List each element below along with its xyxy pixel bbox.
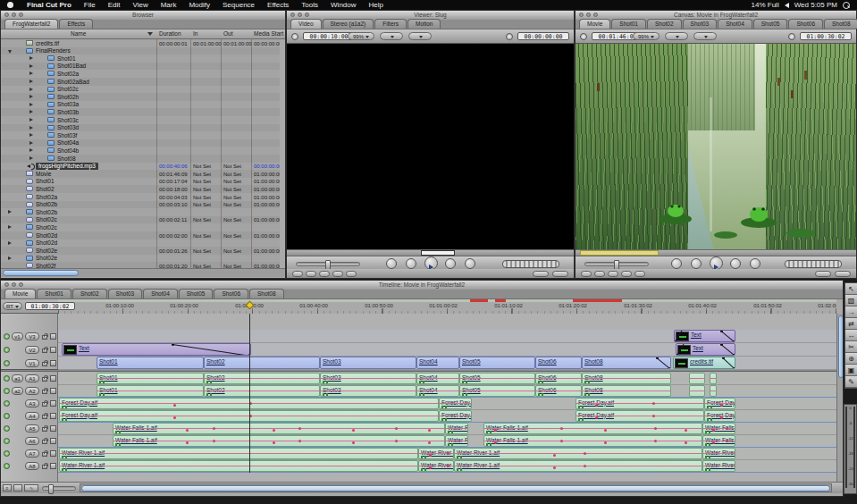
track-autoselect-toggle[interactable] <box>50 375 56 382</box>
clip-keyframes-button[interactable] <box>13 484 22 491</box>
source-patch-a1[interactable]: a1 <box>12 374 23 382</box>
browser-row[interactable]: Shot03f <box>1 131 280 139</box>
volume-level-line[interactable] <box>703 428 735 429</box>
disclosure-triangle-icon[interactable] <box>29 141 33 145</box>
spotlight-icon[interactable] <box>843 2 850 9</box>
disclosure-triangle-icon[interactable] <box>29 88 33 91</box>
volume-level-line[interactable] <box>97 378 203 379</box>
roll-tool[interactable]: ⇄ <box>845 318 857 330</box>
browser-row[interactable]: credits.tif00:00:00:0100:01:00:0000:01:0… <box>1 39 280 47</box>
item-name[interactable]: Shot02a <box>36 194 57 201</box>
volume-level-line[interactable] <box>60 466 417 466</box>
track-lock-toggle[interactable] <box>42 349 47 353</box>
menu-clock[interactable]: Wed 5:05 PM <box>794 1 837 9</box>
tab-shot06[interactable]: Shot06 <box>214 289 248 298</box>
item-name[interactable]: Shot03a <box>57 101 79 108</box>
volume-level-line[interactable] <box>690 378 704 379</box>
disclosure-triangle-icon[interactable] <box>29 56 33 60</box>
column-header-in[interactable]: In <box>193 29 197 38</box>
timeline-hscroll-thumb[interactable] <box>81 485 830 491</box>
timeline-clip-unnamed[interactable] <box>710 385 717 397</box>
tab-shot08[interactable]: Shot08 <box>824 19 857 29</box>
browser-row[interactable]: Shot02e00:00:01:26Not SetNot Set01:00:00… <box>1 247 280 255</box>
timeline-clip-forestdayaif[interactable]: Forest Day.aif <box>704 410 735 422</box>
timeline-clip-waterfalls1aif[interactable]: Water Falls 1.aif <box>445 435 468 447</box>
item-name[interactable]: Shot04b <box>57 147 79 155</box>
volume-level-line[interactable] <box>536 378 581 379</box>
canvas-add-marker-button[interactable] <box>621 271 632 277</box>
viewer-play-around-button[interactable] <box>445 258 456 269</box>
disclosure-triangle-icon[interactable] <box>29 110 33 113</box>
menu-effects[interactable]: Effects <box>261 0 295 10</box>
viewer-zoom-menu[interactable]: 99% <box>348 32 374 40</box>
keyframe-dot[interactable] <box>712 429 715 432</box>
volume-level-line[interactable] <box>440 403 471 404</box>
browser-row[interactable]: Shot02a <box>1 70 280 78</box>
item-name[interactable]: Shot02b <box>36 201 57 208</box>
browser-row[interactable]: Shot02b00:00:03:10Not SetNot Set01:00:00… <box>1 201 280 209</box>
browser-row[interactable]: Shot02c <box>1 86 280 94</box>
razor-tool[interactable]: ✂ <box>845 341 857 353</box>
canvas-mark-in-out-button[interactable] <box>634 271 645 277</box>
column-header-duration[interactable]: Duration <box>159 29 181 38</box>
canvas-play-in-to-out-button[interactable] <box>691 258 702 269</box>
keyframe-dot[interactable] <box>273 429 275 432</box>
disclosure-triangle-icon[interactable] <box>8 225 12 229</box>
tab-shot01[interactable]: Shot01 <box>37 289 71 298</box>
canvas-clip-range[interactable] <box>580 250 659 256</box>
disclosure-triangle-icon[interactable] <box>29 126 33 130</box>
timeline-clip-shot06[interactable]: Shot06 <box>535 373 582 384</box>
timeline-clip-forestdayaif[interactable]: Forest Day.aif <box>576 398 704 409</box>
track-autoselect-toggle[interactable] <box>50 425 56 432</box>
timeline-clip-shot08[interactable]: Shot08 <box>582 357 671 369</box>
track-visibility-toggle[interactable] <box>4 425 10 432</box>
timeline-clip-shot01[interactable]: Shot01 <box>97 373 204 384</box>
volume-level-line[interactable] <box>703 466 735 466</box>
keyframe-dot[interactable] <box>213 440 215 442</box>
canvas-add-keyframe-button[interactable] <box>608 271 618 277</box>
timeline-clip-shot02[interactable]: Shot02 <box>204 385 320 397</box>
item-name[interactable]: Shot02d <box>36 232 57 239</box>
volume-level-line[interactable] <box>583 378 670 379</box>
tab-motion[interactable]: Motion <box>407 19 441 29</box>
volume-level-line[interactable] <box>460 378 534 379</box>
track-destination-a1[interactable]: A1 <box>25 374 39 382</box>
item-name[interactable]: Shot01 <box>36 178 55 185</box>
item-name[interactable]: Shot02c <box>36 216 57 223</box>
timeline-clip-shot08[interactable]: Shot08 <box>582 373 671 384</box>
tab-shot01[interactable]: Shot01 <box>611 19 646 29</box>
keyframe-dot[interactable] <box>584 465 586 467</box>
timeline-clip-shot03[interactable]: Shot03 <box>320 373 416 384</box>
browser-row[interactable]: Shot02c00:00:02:11Not SetNot Set01:00:00… <box>1 216 280 224</box>
tab-shot04[interactable]: Shot04 <box>718 19 752 29</box>
timeline-clip-shot01[interactable]: Shot01 <box>97 357 204 369</box>
keyframe-dot[interactable] <box>595 416 598 419</box>
source-patch-a2[interactable]: a2 <box>12 387 23 395</box>
item-name[interactable]: Shot08 <box>57 155 76 163</box>
keyframe-dot[interactable] <box>186 429 189 432</box>
timeline-clip-waterriver1aif[interactable]: Water River 1.aif <box>702 448 735 459</box>
volume-level-line[interactable] <box>446 441 467 441</box>
canvas-generator-menu[interactable] <box>835 271 851 277</box>
volume-level-line[interactable] <box>446 428 467 429</box>
window-buttons[interactable] <box>4 282 23 287</box>
timeline-clip-waterfalls1aif[interactable]: Water Falls 1.aif <box>113 435 445 447</box>
timeline-clip-waterriver1aif[interactable]: Water River 1.aif <box>454 448 702 459</box>
timeline-clip-waterfalls1aif[interactable]: Water Falls 1.aif <box>702 423 735 434</box>
keyframe-dot[interactable] <box>584 452 586 455</box>
viewer-next-edit-button[interactable] <box>465 258 475 269</box>
disclosure-triangle-icon[interactable] <box>29 148 33 152</box>
disclosure-triangle-icon[interactable] <box>8 256 12 260</box>
volume-level-line[interactable] <box>417 378 458 379</box>
browser-row[interactable]: Shot03a <box>1 101 280 109</box>
timeline-clip-unnamed[interactable] <box>689 373 705 384</box>
menu-file[interactable]: File <box>78 0 102 10</box>
keyframe-dot[interactable] <box>720 416 723 419</box>
track-visibility-toggle[interactable] <box>4 388 10 394</box>
tab-movie[interactable]: Movie <box>579 19 610 29</box>
tab-shot02[interactable]: Shot02 <box>647 19 682 29</box>
volume-level-line[interactable] <box>205 391 319 391</box>
browser-row[interactable]: Shot0100:00:17:04Not SetNot Set01:00:00:… <box>1 178 280 186</box>
track-lock-toggle[interactable] <box>42 402 47 407</box>
canvas-play-around-button[interactable] <box>730 258 741 269</box>
